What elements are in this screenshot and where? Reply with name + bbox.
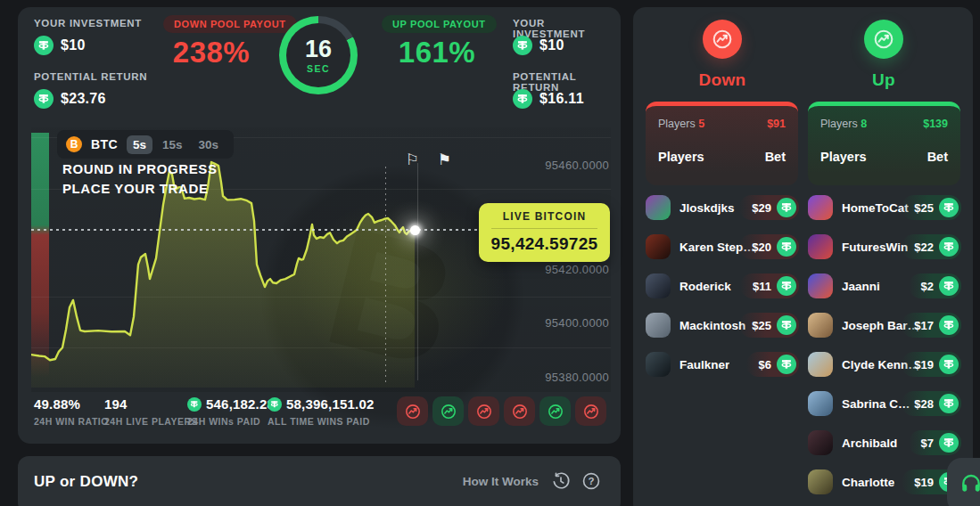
tether-icon — [777, 198, 796, 217]
round-status-line2: PLACE YOUR TRADE — [62, 179, 218, 199]
bet-amount: $25 — [914, 201, 934, 215]
tether-icon — [513, 89, 532, 109]
tether-icon — [939, 276, 959, 296]
timeframe-30s[interactable]: 30s — [193, 135, 226, 154]
bet-amount: $25 — [752, 319, 771, 332]
bet-pill: $20 — [739, 234, 799, 259]
tether-icon — [777, 315, 796, 335]
bet-amount: $20 — [752, 241, 771, 254]
player-row[interactable]: Roderick$11 — [646, 273, 799, 298]
live-badge-label: LIVE BITCOIN — [479, 210, 610, 223]
tether-icon — [777, 355, 796, 374]
player-row[interactable]: HomeToCat$25 — [808, 195, 961, 220]
timer-unit: SEC — [307, 63, 330, 74]
player-row[interactable]: Jloskdjks$29 — [646, 195, 799, 220]
player-row[interactable]: Karen Step…$20 — [646, 234, 799, 259]
bet-pill: $6 — [746, 352, 799, 377]
player-row[interactable]: Archibald$7 — [808, 430, 961, 455]
history-result-up[interactable] — [539, 396, 571, 426]
down-pool-total: $91 — [767, 118, 786, 130]
stat-label: 24H LIVE PLAYERS — [104, 416, 198, 427]
down-col-players: Players — [658, 150, 704, 164]
stat-value: 58,396,151.02 — [268, 396, 375, 412]
down-pool-payout-badge: DOWN POOL PAYOUT — [163, 15, 297, 33]
flag-outline-icon: ⚐ — [406, 151, 419, 169]
player-name: FuturesWin — [842, 241, 908, 254]
player-row[interactable]: Sabrina C…$28 — [808, 391, 961, 416]
tether-icon — [939, 198, 959, 217]
tab-down[interactable]: Down — [669, 20, 776, 90]
player-row[interactable]: Mackintosh$25 — [646, 313, 799, 338]
bet-pill: $25 — [902, 195, 961, 220]
how-it-works-link[interactable]: How It Works — [463, 475, 539, 488]
stat-label: 24H WIN RATIO — [34, 416, 109, 427]
up-players-list: HomeToCat$25FuturesWin$22Jaanni$2Joseph … — [808, 195, 961, 494]
support-button[interactable] — [947, 458, 980, 506]
stat-24h-wins-paid: 546,182.2824H WINs PAID — [187, 396, 275, 427]
trend-down-icon — [404, 403, 422, 420]
player-name: Jloskdjks — [679, 201, 735, 215]
potential-return-value-right: $16.11 — [513, 89, 584, 109]
player-row[interactable]: Faulkner$6 — [646, 352, 799, 377]
player-row[interactable]: Jaanni$2 — [808, 273, 961, 298]
trend-up-icon — [440, 403, 457, 420]
your-investment-value-right: $10 — [513, 36, 564, 55]
pools-panel: Down Up Players 5 $91 Players Bet Player… — [633, 7, 973, 506]
up-pool-payout-percent: 161% — [375, 36, 499, 69]
round-timer: 16 SEC — [279, 16, 358, 94]
bet-amount: $17 — [914, 319, 934, 332]
player-row[interactable]: Clyde Kenn…$19 — [808, 352, 961, 377]
history-result-down[interactable] — [504, 396, 535, 426]
player-name: Sabrina C… — [842, 397, 910, 411]
player-avatar — [646, 352, 671, 377]
player-avatar — [808, 430, 833, 455]
player-name: Charlotte — [842, 476, 894, 489]
bet-pill: $7 — [909, 430, 961, 455]
current-price-dot — [410, 225, 420, 235]
tether-icon — [187, 397, 202, 412]
down-pool-card: Players 5 $91 Players Bet — [646, 102, 798, 185]
timer-seconds: 16 — [305, 37, 332, 61]
bet-pill: $17 — [902, 313, 961, 338]
player-avatar — [808, 195, 833, 220]
tether-icon — [34, 89, 54, 109]
down-players-count: Players 5 — [658, 118, 704, 130]
trend-down-icon — [582, 403, 600, 420]
history-result-down[interactable] — [397, 396, 428, 426]
bet-amount: $29 — [752, 201, 771, 215]
timeframe-15s[interactable]: 15s — [156, 135, 189, 154]
bet-amount: $7 — [921, 437, 934, 450]
history-result-up[interactable] — [432, 396, 464, 426]
round-status-line1: ROUND IN PROGRESS — [62, 159, 218, 179]
player-row[interactable]: Charlotte$19 — [808, 469, 961, 494]
stat-value: 546,182.28 — [187, 396, 275, 412]
stat-value: 194 — [104, 396, 198, 412]
up-pool-total: $139 — [923, 118, 948, 130]
tab-up[interactable]: Up — [830, 20, 937, 90]
down-col-bet: Bet — [765, 150, 786, 164]
player-name: Jaanni — [842, 280, 880, 293]
bet-pill: $25 — [739, 313, 799, 338]
stat-label: 24H WINs PAID — [187, 416, 275, 427]
player-avatar — [646, 273, 671, 298]
player-row[interactable]: FuturesWin$22 — [808, 234, 961, 259]
symbol-timeframe-selector[interactable]: B BTC 5s15s30s — [57, 130, 234, 159]
help-icon[interactable] — [581, 471, 601, 491]
player-name: Archibald — [842, 437, 897, 450]
bitcoin-icon: B — [66, 136, 82, 152]
tether-icon — [513, 36, 532, 55]
bet-pill: $28 — [902, 391, 961, 416]
up-pool-card: Players 8 $139 Players Bet — [808, 102, 960, 185]
round-open-line — [385, 167, 386, 382]
history-result-down[interactable] — [468, 396, 499, 426]
timeframe-5s[interactable]: 5s — [127, 135, 152, 154]
tether-icon — [939, 394, 959, 413]
trend-down-icon — [511, 403, 529, 420]
bet-pill: $11 — [740, 273, 799, 298]
divider — [491, 228, 597, 229]
player-avatar — [808, 273, 833, 298]
bet-pill: $29 — [739, 195, 799, 220]
history-result-down[interactable] — [575, 396, 606, 426]
player-row[interactable]: Joseph Bar…$17 — [808, 313, 961, 338]
history-icon[interactable] — [551, 471, 571, 491]
